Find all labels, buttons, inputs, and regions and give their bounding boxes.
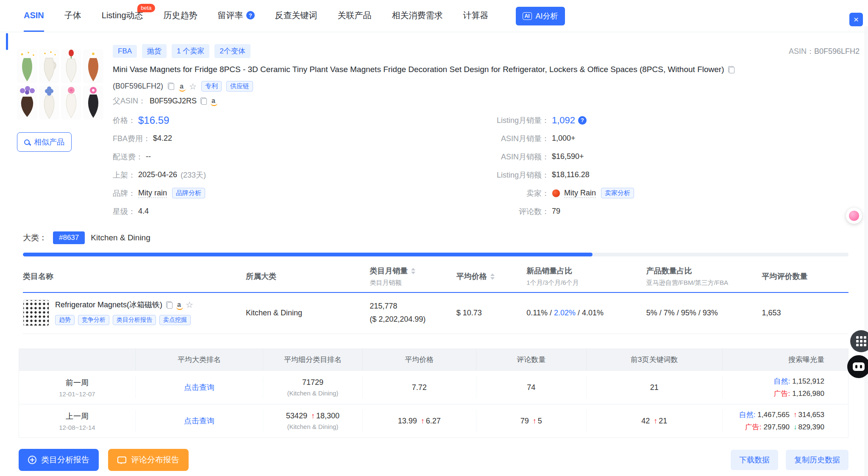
search-icon xyxy=(24,139,30,145)
review-distribution-button[interactable]: 评论分布报告 xyxy=(108,449,189,471)
top-category-label: 大类： xyxy=(23,232,47,243)
product-image[interactable] xyxy=(61,49,81,83)
tab-related-products[interactable]: 关联产品 xyxy=(338,0,372,32)
favorite-star-icon[interactable]: ☆ xyxy=(189,82,197,91)
tab-consumer-demand[interactable]: 相关消费需求 xyxy=(392,0,443,32)
up-arrow-icon: ↑ xyxy=(654,417,657,425)
patent-tag[interactable]: 专利 xyxy=(201,81,222,92)
copy-icon[interactable] xyxy=(168,83,174,90)
seller-analysis-tag[interactable]: 卖家分析 xyxy=(601,188,634,198)
product-image[interactable] xyxy=(17,86,37,120)
ai-label: AI分析 xyxy=(536,11,558,21)
floating-chatbot-button[interactable] xyxy=(847,355,868,378)
fba-fee-value: $4.22 xyxy=(153,134,172,143)
amazon-icon[interactable]: a xyxy=(211,97,216,104)
keyword-count-value: 42 xyxy=(641,417,650,425)
close-button[interactable]: × xyxy=(849,13,863,26)
product-image[interactable] xyxy=(39,86,59,120)
tab-review-rate[interactable]: 留评率 ? xyxy=(218,0,255,32)
shipping-fee-label: 配送费： xyxy=(113,152,143,162)
subrank-delta: 18,300 xyxy=(316,412,339,420)
floating-apps-button[interactable] xyxy=(850,330,868,352)
favorite-star-icon[interactable]: ☆ xyxy=(186,301,193,309)
scroll-progress-bar[interactable] xyxy=(23,253,849,256)
tag-throw-goods[interactable]: 抛货 xyxy=(142,44,167,58)
tab-listing-activity[interactable]: Listing动态 beta xyxy=(102,0,143,32)
product-image[interactable] xyxy=(61,86,81,120)
help-icon[interactable]: ? xyxy=(578,116,587,125)
scrollbar-track[interactable] xyxy=(865,26,868,476)
review-count-delta: 5 xyxy=(538,417,542,425)
product-image[interactable] xyxy=(17,49,37,83)
copy-icon[interactable] xyxy=(166,301,172,309)
product-image[interactable] xyxy=(83,49,103,83)
query-rank-link[interactable]: 点击查询 xyxy=(136,382,263,392)
asin-value: B0F596LFH2 xyxy=(814,47,860,56)
trend-tag[interactable]: 趋势 xyxy=(55,315,75,325)
brand-value[interactable]: Mity rain xyxy=(138,189,167,198)
category-rank-badge[interactable]: #8637 xyxy=(53,231,85,244)
asin-monthly-revenue-label: ASIN月销额： xyxy=(465,152,549,162)
organic-delta: 314,653 xyxy=(798,411,824,419)
new-ratio-3m[interactable]: 2.02% xyxy=(554,309,576,317)
product-image[interactable] xyxy=(83,86,103,120)
asin-top-right: ASIN：B0F596LFH2 xyxy=(789,46,860,56)
supply-chain-tag[interactable]: 供应链 xyxy=(226,81,253,92)
tag-fba[interactable]: FBA xyxy=(113,45,137,58)
header-avg-price: 平均价格 xyxy=(456,266,527,287)
product-tags-row: FBA 抛货 1 个卖家 2个变体 ASIN：B0F596LFH2 xyxy=(113,44,860,58)
tab-child-variations[interactable]: 子体 xyxy=(64,0,81,32)
copy-icon[interactable] xyxy=(728,66,734,73)
competition-analysis-tag[interactable]: 竞争分析 xyxy=(78,315,109,325)
category-name[interactable]: Refrigerator Magnets(冰箱磁铁) xyxy=(55,300,162,310)
tag-variation-count[interactable]: 2个变体 xyxy=(214,44,250,58)
amazon-icon[interactable]: a xyxy=(179,83,184,90)
copy-icon[interactable] xyxy=(200,97,207,105)
category-image[interactable] xyxy=(23,300,49,326)
ai-analysis-button[interactable]: AI AI分析 xyxy=(516,7,565,25)
sort-icon[interactable] xyxy=(490,273,495,280)
cell-avg-price: $ 10.73 xyxy=(456,309,527,317)
tab-reverse-keywords[interactable]: 反查关键词 xyxy=(275,0,317,32)
seller-value[interactable]: Mity Rain xyxy=(564,189,596,198)
category-report-button[interactable]: 类目分析报告 xyxy=(19,449,99,471)
new-ratio-1m: 0.11% xyxy=(526,309,548,317)
similar-products-button[interactable]: 相似产品 xyxy=(17,132,72,152)
shipping-fee-value: -- xyxy=(146,152,151,161)
weekly-row-previous: 前一周 12-01~12-07 点击查询 71729 (Kitchen & Di… xyxy=(19,370,848,404)
comment-icon xyxy=(117,457,126,463)
organic-label: 自然: xyxy=(739,411,756,419)
download-data-button[interactable]: 下载数据 xyxy=(731,450,778,470)
sort-icon[interactable] xyxy=(411,268,415,274)
tag-seller-count[interactable]: 1 个卖家 xyxy=(172,44,209,58)
header-avg-price: 平均价格 xyxy=(362,349,476,370)
cell-product-ratio: 5% / 7% / 95% / 93% xyxy=(646,309,762,317)
seller-flag-icon xyxy=(552,189,560,198)
category-table-header: 类目名称 所属大类 类目月销量 类目月销额 平均价格 新品销量占比 1个月/3个… xyxy=(23,260,849,293)
selling-point-tag[interactable]: 卖点挖掘 xyxy=(159,315,191,325)
query-rank-link[interactable]: 点击查询 xyxy=(136,416,263,426)
brand-row: 品牌： Mity rain 品牌分析 xyxy=(113,184,465,202)
floating-assistant-button[interactable] xyxy=(846,208,862,224)
tab-asin[interactable]: ASIN xyxy=(24,0,44,32)
subrank-value: 71729 xyxy=(263,378,362,387)
copy-history-button[interactable]: 复制历史数据 xyxy=(786,450,849,470)
header-monthly-sales: 类目月销量 xyxy=(370,266,456,276)
help-icon[interactable]: ? xyxy=(246,11,255,19)
amazon-icon[interactable]: a xyxy=(176,301,182,308)
product-fields: 价格： $16.59 FBA费用： $4.22 配送费： -- 上架： 2025… xyxy=(113,111,860,220)
brand-analysis-tag[interactable]: 品牌分析 xyxy=(172,188,205,198)
category-report-tag[interactable]: 类目分析报告 xyxy=(113,315,156,325)
product-section: 相似产品 FBA 抛货 1 个卖家 2个变体 ASIN：B0F596LFH2 M… xyxy=(0,32,868,220)
cell-parent-category: Kitchen & Dining xyxy=(246,309,370,317)
down-arrow-icon: ↓ xyxy=(793,423,797,431)
parent-asin-value: B0F59GJ2RS xyxy=(150,97,197,106)
listing-monthly-revenue-label: Listing月销额： xyxy=(465,170,549,180)
header-avg-category-rank: 平均大类排名 xyxy=(135,349,263,370)
product-image[interactable] xyxy=(39,49,59,83)
organic-value: 1,467,565 xyxy=(757,411,790,419)
avg-price-value: 13.99 xyxy=(398,417,417,425)
up-arrow-icon: ↑ xyxy=(421,417,425,425)
tab-history-trend[interactable]: 历史趋势 xyxy=(164,0,198,32)
tab-calculator[interactable]: 计算器 xyxy=(463,0,489,32)
